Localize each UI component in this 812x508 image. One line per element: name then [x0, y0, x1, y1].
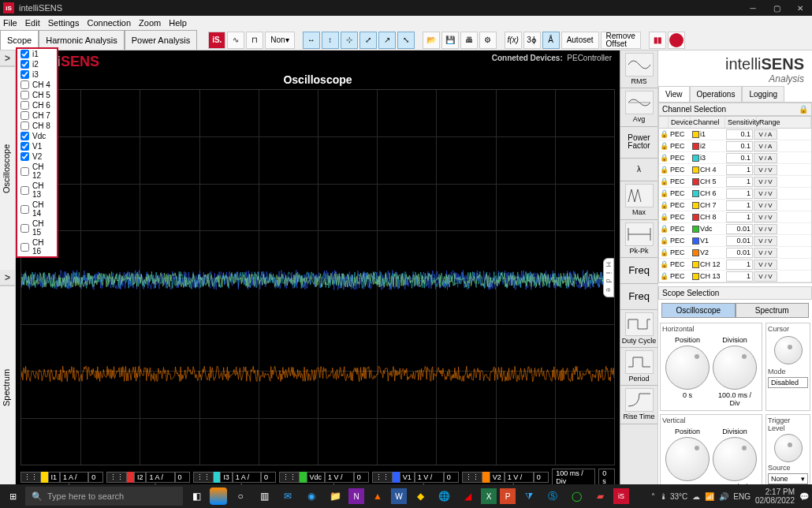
channel-toggle[interactable]: V1	[17, 141, 57, 151]
print-icon[interactable]: 🖶	[460, 32, 478, 49]
menu-zoom[interactable]: Zoom	[139, 18, 161, 28]
channel-toggle[interactable]: CH 7	[17, 110, 57, 121]
autoset-button[interactable]: Autoset	[561, 32, 599, 49]
tray-chevron-icon[interactable]: ˄	[651, 492, 655, 501]
measure-rise-time[interactable]: Rise Time	[620, 386, 657, 424]
anydesk-icon[interactable]: ▰	[590, 486, 610, 506]
explorer-icon[interactable]: 📁	[325, 486, 345, 506]
channel-toggle[interactable]: CH 16	[17, 237, 57, 256]
app-yellow-icon[interactable]: ◆	[410, 486, 430, 506]
onenote-icon[interactable]: N	[348, 488, 364, 504]
channel-row[interactable]: 🔒PECCH 51V / V	[659, 176, 811, 188]
channel-tag[interactable]: ⋮⋮V21 V / Div0 V	[462, 472, 549, 483]
measure-max[interactable]: Max	[620, 181, 657, 219]
wifi-icon[interactable]: 📶	[705, 492, 714, 501]
vert-position-dial[interactable]	[665, 437, 710, 481]
measure-duty-cycle[interactable]: Duty Cycle	[620, 310, 657, 348]
skype-icon[interactable]: Ⓢ	[542, 486, 563, 506]
remove-offset-button[interactable]: Remove Offset	[601, 32, 641, 49]
channel-toggle[interactable]: i1	[17, 49, 57, 59]
channel-row[interactable]: 🔒PECCH 81V / V	[659, 211, 811, 223]
channel-toggle[interactable]: i2	[17, 59, 57, 69]
tab-power[interactable]: Power Analysis	[125, 30, 198, 50]
measure-freq[interactable]: Freq	[620, 258, 657, 284]
settings-icon[interactable]: ⚙	[479, 32, 497, 49]
cursor-y-icon[interactable]: ↕	[322, 32, 339, 49]
channel-toggle[interactable]: CH 6	[17, 100, 57, 110]
channel-row[interactable]: 🔒PECVdc0.01V / V	[659, 223, 811, 235]
channel-tag[interactable]: ⋮⋮I31 A / Div0 A	[193, 472, 276, 483]
rp-tab-view[interactable]: View	[658, 86, 690, 102]
channel-toggle[interactable]: CH 8	[17, 121, 57, 131]
mail-icon[interactable]: ✉	[277, 486, 298, 506]
whatsapp-icon[interactable]: ◯	[566, 486, 587, 506]
sine-tool-icon[interactable]: ∿	[227, 32, 244, 49]
cursor-mode-select[interactable]: Disabled	[768, 377, 808, 388]
caliper-icon[interactable]: Å	[542, 32, 560, 49]
lock-icon[interactable]: 🔒	[799, 105, 808, 114]
open-icon[interactable]: 📂	[423, 32, 440, 49]
language-indicator[interactable]: ENG	[733, 492, 751, 501]
vscode-icon[interactable]: ⧩	[519, 486, 539, 506]
chrome-icon[interactable]: 🌐	[434, 486, 454, 506]
channel-toggle[interactable]: CH 14	[17, 200, 57, 219]
trigger-mode-dropdown[interactable]: Non ▾	[265, 32, 294, 49]
channel-row[interactable]: 🔒PECCH 61V / V	[659, 188, 811, 200]
cursor-x-icon[interactable]: ↔	[303, 32, 320, 49]
start-button[interactable]: ⊞	[3, 487, 22, 506]
trigger-level-dial[interactable]	[774, 434, 803, 462]
scope-selection-toggle[interactable]: Oscilloscope Spectrum	[661, 303, 809, 318]
measure-freq[interactable]: Freq	[620, 284, 657, 310]
rp-tab-logging[interactable]: Logging	[742, 86, 784, 102]
scope-plot[interactable]: H i d e	[20, 89, 615, 465]
channel-row[interactable]: 🔒PECCH 131V / V	[659, 271, 811, 282]
maximize-button[interactable]: ▢	[765, 0, 788, 16]
sidebar-tab-spectrum[interactable]: Spectrum	[0, 286, 15, 489]
taskbar-search[interactable]: 🔍 Type here to search	[25, 487, 183, 506]
channel-toggle[interactable]: V2	[17, 151, 57, 162]
edge-icon[interactable]: ◉	[301, 486, 322, 506]
channel-toggle[interactable]: CH 13	[17, 181, 57, 200]
measure-pk-pk[interactable]: Pk-Pk	[620, 220, 657, 258]
cursor-measure-icon[interactable]: ↗	[378, 32, 396, 49]
brand-button[interactable]: iS.	[208, 32, 225, 49]
three-phase-icon[interactable]: 3ɸ	[523, 32, 541, 49]
close-button[interactable]: ✕	[788, 0, 812, 16]
measure-avg[interactable]: Avg	[620, 88, 657, 126]
taskbar-app-2[interactable]: ▥	[254, 486, 274, 506]
fx-icon[interactable]: f(x)	[505, 32, 522, 49]
task-view-icon[interactable]: ◧	[186, 486, 207, 506]
powerpoint-icon[interactable]: P	[500, 488, 516, 504]
cursor-dial[interactable]	[774, 336, 803, 364]
channel-row[interactable]: 🔒PECi10.1V / A	[659, 129, 811, 140]
menu-edit[interactable]: Edit	[25, 18, 40, 28]
horiz-division-dial[interactable]	[713, 346, 757, 390]
intellisens-taskbar-icon[interactable]: iS	[613, 488, 629, 504]
record-button[interactable]	[668, 32, 685, 49]
expand-spectrum-button[interactable]: >	[0, 270, 15, 286]
cursor-cross-icon[interactable]: ⊹	[341, 32, 358, 49]
square-tool-icon[interactable]: ⊓	[246, 32, 263, 49]
word-icon[interactable]: W	[391, 488, 407, 504]
channel-toggle[interactable]: Vdc	[17, 131, 57, 141]
menu-file[interactable]: File	[3, 18, 17, 28]
trigger-source-select[interactable]: None▾	[768, 473, 808, 484]
vert-division-dial[interactable]	[713, 437, 757, 481]
taskbar-app-1[interactable]	[210, 487, 227, 505]
channel-tag[interactable]: ⋮⋮I21 A / Div0 A	[106, 472, 189, 483]
channel-row[interactable]: 🔒PECV20.01V / V	[659, 247, 811, 259]
channel-row[interactable]: 🔒PECCH 41V / V	[659, 164, 811, 176]
measure-λ[interactable]: λ	[620, 159, 657, 182]
menu-help[interactable]: Help	[169, 18, 187, 28]
expand-oscilloscope-button[interactable]: >	[0, 50, 15, 66]
channel-tag[interactable]: ⋮⋮Vdc1 V / Div0 V	[279, 472, 369, 483]
horiz-position-dial[interactable]	[665, 346, 710, 390]
measure-power-factor[interactable]: Power Factor	[620, 127, 657, 159]
cursor-zoom-icon[interactable]: ⤡	[397, 32, 415, 49]
channel-row[interactable]: 🔒PECCH 121V / V	[659, 259, 811, 271]
cortana-icon[interactable]: ○	[230, 486, 251, 506]
taskbar-clock[interactable]: 2:17 PM02/08/2022	[755, 487, 795, 505]
notifications-icon[interactable]: 💬	[799, 492, 809, 501]
acrobat-icon[interactable]: ◢	[457, 486, 478, 506]
channel-row[interactable]: 🔒PECi20.1V / A	[659, 140, 811, 152]
